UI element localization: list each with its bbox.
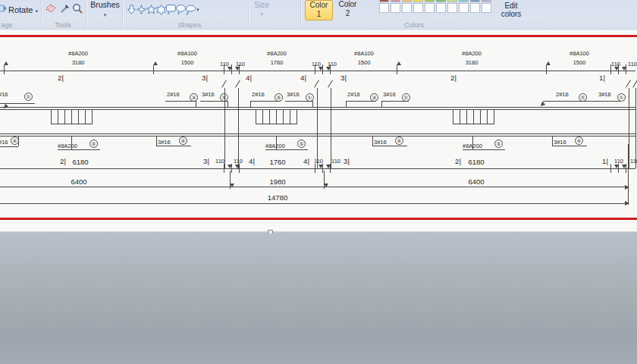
chevron-down-icon: ▾ [104, 12, 107, 17]
size-button[interactable]: Size ▾ [250, 1, 273, 18]
paint-ribbon: Rotate ▾ age Tools Brushes ▾ ▾ Shapes [0, 0, 637, 29]
chevron-down-icon: ▾ [260, 11, 263, 17]
chevron-down-icon: ▾ [35, 8, 38, 14]
eraser-button[interactable] [45, 3, 57, 15]
color2-button[interactable]: Color 2 [334, 0, 361, 20]
palette-swatch[interactable] [379, 0, 389, 2]
group-divider [122, 1, 124, 27]
rotate-label: Rotate [8, 5, 33, 14]
size-label: Size [254, 1, 268, 9]
shape-oval-callout-icon[interactable] [176, 5, 186, 15]
palette-swatch[interactable] [447, 0, 457, 2]
shape-arrow-down-icon[interactable] [127, 5, 136, 15]
color-picker-button[interactable] [59, 3, 71, 15]
group-divider [300, 1, 302, 27]
color1-label-bottom: 1 [317, 10, 322, 18]
palette-swatch[interactable] [447, 3, 457, 13]
palette-swatch[interactable] [470, 0, 480, 2]
edit-colors-button[interactable]: Edit colors [492, 2, 530, 18]
shape-cloud-callout-icon[interactable] [186, 5, 196, 15]
color2-label-top: Color [339, 0, 357, 8]
paint-canvas[interactable] [0, 32, 637, 231]
palette-swatch[interactable] [425, 3, 435, 13]
edit-colors-label-bottom: colors [501, 10, 522, 18]
palette-swatch[interactable] [436, 0, 446, 2]
palette-swatch[interactable] [459, 3, 469, 13]
palette-swatch[interactable] [402, 0, 412, 2]
workspace-background [0, 234, 637, 364]
tools-group-label: Tools [49, 21, 77, 29]
palette-swatch[interactable] [391, 0, 400, 2]
palette-swatch[interactable] [470, 3, 480, 13]
shapes-group-label: Shapes [167, 21, 212, 29]
palette-swatch[interactable] [379, 3, 389, 13]
color1-button[interactable]: Color 1 [305, 0, 333, 20]
group-divider [248, 1, 249, 27]
shape-five-point-star-icon[interactable] [146, 5, 156, 15]
palette-swatch[interactable] [436, 3, 446, 13]
rotate-button[interactable]: Rotate ▾ [8, 5, 38, 14]
color1-label-top: Color [310, 1, 328, 9]
brushes-button[interactable]: Brushes ▾ [88, 0, 122, 18]
group-divider [86, 1, 87, 27]
palette-swatch[interactable] [391, 3, 400, 13]
palette-swatch[interactable] [413, 0, 423, 2]
shape-four-point-star-icon[interactable] [136, 5, 146, 15]
palette-swatch[interactable] [482, 0, 491, 2]
magnifier-button[interactable] [72, 3, 84, 15]
color2-label-bottom: 2 [346, 9, 350, 17]
palette-swatch[interactable] [402, 3, 412, 13]
palette-swatch[interactable] [413, 3, 423, 13]
colors-group-label: Colors [391, 21, 438, 29]
palette-swatch[interactable] [482, 3, 491, 13]
shapes-more-button[interactable]: ▾ [196, 7, 199, 13]
group-divider [41, 1, 42, 27]
shape-six-point-star-icon[interactable] [156, 5, 166, 15]
palette-swatch[interactable] [425, 0, 435, 2]
palette-swatch[interactable] [459, 0, 469, 2]
shape-rounded-callout-icon[interactable] [166, 5, 176, 15]
image-group-label: age [0, 21, 18, 29]
brushes-label: Brushes [90, 0, 120, 9]
edit-colors-label-top: Edit [504, 2, 517, 10]
